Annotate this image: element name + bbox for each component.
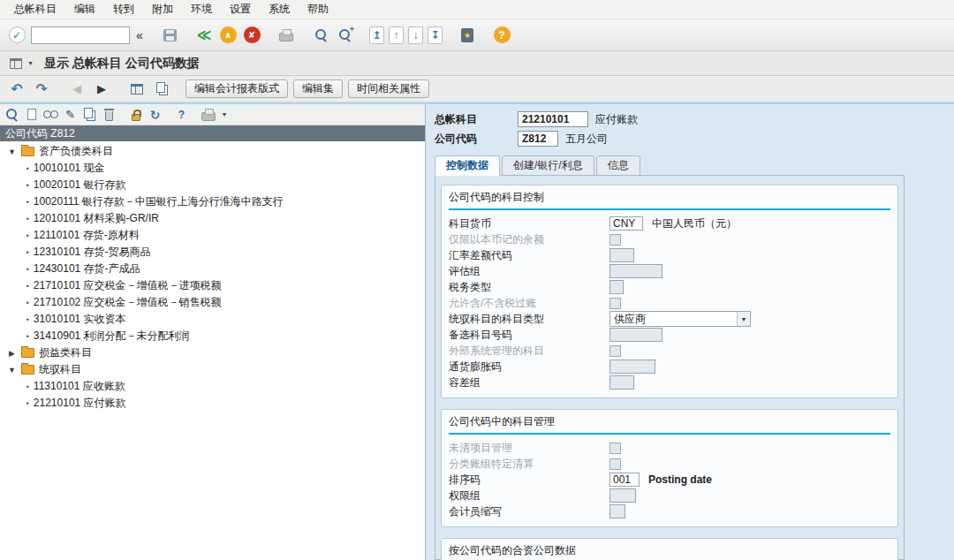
text-field[interactable] (610, 328, 662, 342)
menu-item[interactable]: 帮助 (299, 0, 337, 19)
text-field[interactable]: 21210101 (518, 111, 588, 127)
create-shortcut-button[interactable]: ★ (458, 26, 477, 45)
tree-folder[interactable]: ▶损益类科目 (0, 344, 425, 361)
tree-item[interactable]: ▪10010101 现金 (0, 160, 425, 177)
tree-print-button[interactable] (200, 106, 216, 123)
menu-item[interactable]: 编辑 (65, 0, 104, 19)
menu-item[interactable]: 环境 (182, 0, 221, 19)
tree-item[interactable]: ▪21210101 应付账款 (0, 395, 425, 412)
menu-bar: 总帐科目编辑转到附加环境设置系统帮助 (0, 0, 954, 19)
tab-0[interactable]: 控制数据 (435, 155, 500, 176)
tree-root-company-code[interactable]: 公司代码 Z812 (0, 125, 425, 141)
command-field[interactable] (31, 26, 130, 44)
tree-folder[interactable]: ▼统驭科目 (0, 361, 425, 378)
bullet-icon: ▪ (26, 299, 29, 306)
find-button[interactable] (311, 26, 330, 45)
next-page-button[interactable]: ↓ (408, 26, 423, 44)
screen-menu-button[interactable] (7, 55, 24, 72)
tree-find-button[interactable] (4, 106, 20, 123)
cancel-button[interactable]: ✘ (242, 26, 261, 45)
shortcut-star-icon: ★ (461, 28, 473, 42)
text-field[interactable] (610, 504, 625, 518)
field-label: 仅限以本币记的余额 (449, 232, 610, 247)
back-button[interactable]: ≪ (194, 26, 214, 45)
tree-legend-button[interactable]: ? (173, 106, 190, 123)
tree-item[interactable]: ▪11310101 应收账款 (0, 378, 425, 395)
tree-item[interactable]: ▪21710101 应交税金－增值税－进项税额 (0, 277, 425, 294)
find-next-button[interactable]: + (335, 26, 354, 45)
menu-item[interactable]: 总帐科目 (5, 0, 65, 19)
bullet-icon: ▪ (26, 282, 29, 290)
field-label: 总帐科目 (435, 112, 511, 127)
app-button[interactable]: 编辑会计报表版式 (186, 79, 288, 98)
collapse-command-button[interactable]: « (134, 26, 145, 45)
tree-item[interactable]: ▪31010101 实收资本 (0, 311, 425, 328)
text-field[interactable]: 001 (610, 473, 640, 487)
help-button[interactable]: ? (492, 26, 511, 45)
star-icon: ★ (464, 31, 471, 40)
help-icon: ? (494, 26, 511, 43)
tab-2[interactable]: 信息 (596, 155, 640, 176)
field-label: 容差组 (449, 375, 610, 390)
menu-item[interactable]: 系统 (260, 0, 299, 19)
tree-item[interactable]: ▪12110101 存货-原材料 (0, 227, 425, 244)
tree-display-button[interactable] (42, 106, 59, 123)
printer-icon (279, 33, 293, 42)
undo-button[interactable]: ↶ (7, 79, 26, 99)
text-field[interactable] (610, 248, 634, 262)
bullet-icon: ▪ (26, 399, 29, 407)
tree-print-options-button[interactable]: ▼ (219, 106, 230, 123)
tree-copy-button[interactable] (81, 106, 98, 123)
collapse-arrow-icon[interactable]: ▼ (7, 366, 17, 375)
save-button[interactable] (160, 26, 179, 45)
text-field[interactable]: CNY (610, 216, 643, 231)
tree-item[interactable]: ▪21710102 应交税金－增值税－销售税额 (0, 294, 425, 311)
tree-item[interactable]: ▪10020101 银行存款 (0, 177, 425, 193)
collapse-arrow-icon[interactable]: ▼ (7, 148, 17, 156)
dropdown[interactable]: 供应商▼ (610, 311, 751, 327)
header-field-row: 公司代码Z812五月公司 (435, 129, 954, 148)
tree-label: 10020111 银行存款－中国银行上海分行淮海中路支行 (34, 194, 284, 209)
tree-item[interactable]: ▪10020111 银行存款－中国银行上海分行淮海中路支行 (0, 193, 425, 210)
app-button[interactable]: 时间相关属性 (348, 79, 429, 98)
next-object-button[interactable]: ▶ (92, 79, 111, 99)
bullet-icon: ▪ (26, 315, 29, 323)
tree-delete-button[interactable] (101, 106, 117, 123)
tree-item[interactable]: ▪12310101 存货-贸易商品 (0, 244, 425, 261)
exit-button[interactable]: ∧ (218, 26, 238, 45)
first-page-button[interactable]: ↥ (369, 26, 384, 44)
tree-refresh-button[interactable]: ↻ (147, 106, 163, 123)
menu-item[interactable]: 附加 (143, 0, 182, 19)
text-field[interactable] (610, 264, 662, 278)
redo-button[interactable]: ↷ (32, 79, 51, 99)
tree-change-button[interactable]: ✎ (62, 106, 79, 123)
text-field[interactable] (610, 359, 655, 374)
tree-block-button[interactable] (127, 106, 144, 123)
tree-folder[interactable]: ▼资产负债类科目 (0, 143, 425, 160)
copy-icon (84, 108, 93, 118)
account-detail-panel: 总帐科目21210101应付账款公司代码Z812五月公司 控制数据创建/银行/利… (426, 104, 954, 560)
field-description: 应付账款 (595, 112, 638, 127)
text-field[interactable]: Z812 (518, 131, 558, 147)
text-field[interactable] (610, 280, 624, 294)
enter-button[interactable]: ✓ (7, 26, 26, 45)
tab-1[interactable]: 创建/银行/利息 (502, 155, 594, 176)
menu-item[interactable]: 转到 (104, 0, 143, 19)
app-button[interactable]: 编辑集 (293, 79, 343, 98)
tree-item[interactable]: ▪12430101 存货-产成品 (0, 261, 425, 277)
tree-create-button[interactable] (23, 106, 40, 123)
tree-item[interactable]: ▪12010101 材料采购-GR/IR (0, 210, 425, 227)
last-page-button[interactable]: ↧ (428, 26, 443, 44)
text-field[interactable] (610, 488, 636, 503)
tree-item[interactable]: ▪31410901 利润分配－未分配利润 (0, 328, 425, 344)
text-field[interactable] (610, 375, 634, 390)
form-section: 公司代码的科目控制科目货币CNY中国人民币（元）仅限以本币记的余额汇率差额代码评… (441, 185, 898, 398)
previous-object-button[interactable]: ◀ (67, 79, 87, 99)
print-button[interactable] (276, 26, 296, 45)
copy-documents-button[interactable] (152, 79, 171, 99)
report-layout-button[interactable] (127, 79, 147, 99)
expand-arrow-icon[interactable]: ▶ (7, 349, 17, 358)
last-page-icon: ↧ (430, 29, 439, 42)
menu-item[interactable]: 设置 (221, 0, 260, 19)
previous-page-button[interactable]: ↑ (389, 26, 404, 44)
